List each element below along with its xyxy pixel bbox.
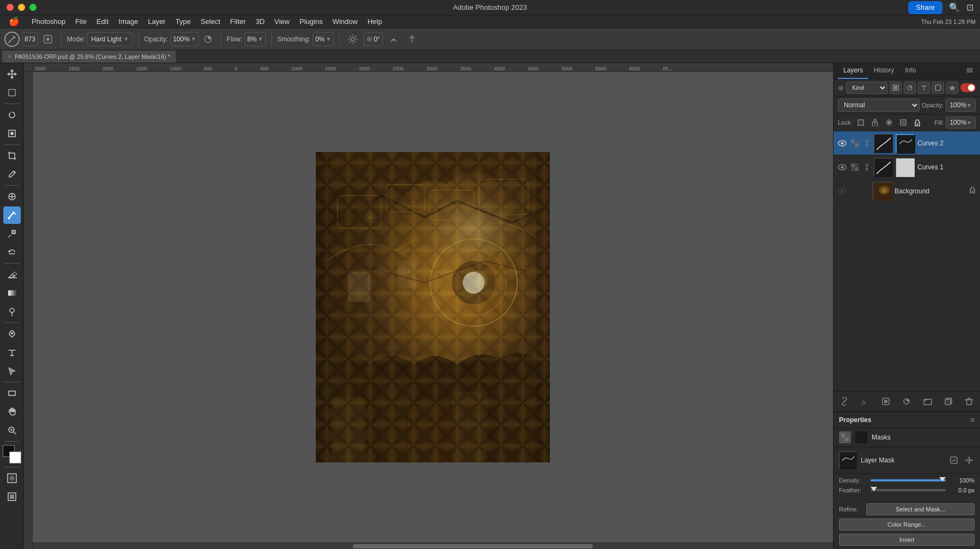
menu-type[interactable]: Type bbox=[171, 16, 195, 27]
masks-black-icon[interactable] bbox=[855, 431, 867, 443]
opacity-chevron-icon[interactable]: ▼ bbox=[966, 102, 972, 108]
layer-visibility-background[interactable] bbox=[838, 187, 847, 196]
brush-icon[interactable] bbox=[4, 32, 20, 47]
invert-btn[interactable]: Invert bbox=[839, 534, 975, 546]
lock-transparent-btn[interactable] bbox=[855, 117, 866, 128]
filter-type-btn[interactable] bbox=[918, 82, 930, 94]
zoom-icon[interactable]: ⊡ bbox=[966, 2, 973, 13]
menu-window[interactable]: Window bbox=[328, 16, 362, 27]
fill-value-field[interactable]: 100% ▼ bbox=[946, 117, 976, 129]
panel-menu-icon[interactable] bbox=[964, 63, 976, 79]
menu-plugins[interactable]: Plugins bbox=[295, 16, 327, 27]
share-button[interactable]: Share bbox=[908, 1, 942, 14]
opacity-value-field[interactable]: 100% ▼ bbox=[946, 99, 976, 112]
clone-stamp-tool[interactable] bbox=[3, 225, 21, 242]
density-thumb[interactable] bbox=[939, 477, 946, 481]
menu-3d[interactable]: 3D bbox=[251, 16, 269, 27]
select-mask-btn[interactable]: Select and Mask... bbox=[866, 503, 975, 515]
layer-item-background[interactable]: Background bbox=[834, 179, 980, 203]
new-adjustment-btn[interactable] bbox=[900, 395, 913, 408]
opacity-icon[interactable] bbox=[201, 33, 215, 45]
dodge-tool[interactable] bbox=[3, 303, 21, 320]
tab-history[interactable]: History bbox=[868, 63, 899, 79]
background-color[interactable] bbox=[9, 452, 21, 463]
mask-mode-btn[interactable] bbox=[3, 469, 21, 487]
document-tab[interactable]: × PA051536-ORF.psd @ 25.6% (Curves 2, La… bbox=[2, 51, 176, 63]
fill-chevron-icon[interactable]: ▼ bbox=[966, 120, 972, 126]
lock-image-btn[interactable] bbox=[869, 117, 880, 128]
heal-tool[interactable] bbox=[3, 188, 21, 205]
scroll-bar-horizontal[interactable] bbox=[33, 542, 833, 549]
eyedropper-tool[interactable] bbox=[3, 166, 21, 183]
color-picker[interactable] bbox=[3, 445, 21, 463]
menu-edit[interactable]: Edit bbox=[92, 16, 113, 27]
scroll-thumb-horizontal[interactable] bbox=[353, 544, 593, 548]
menu-select[interactable]: Select bbox=[196, 16, 224, 27]
add-fx-btn[interactable]: fx bbox=[859, 395, 872, 408]
feather-slider[interactable] bbox=[871, 489, 946, 491]
screen-mode-btn[interactable] bbox=[3, 488, 21, 505]
color-range-btn[interactable]: Color Range... bbox=[839, 518, 975, 530]
marquee-tool[interactable] bbox=[3, 84, 21, 101]
filter-kind-dropdown[interactable]: Kind bbox=[846, 82, 887, 94]
pressure-icon[interactable] bbox=[386, 33, 401, 46]
menu-file[interactable]: File bbox=[71, 16, 91, 27]
apple-menu[interactable]: 🍎 bbox=[4, 15, 24, 28]
filter-pixel-btn[interactable] bbox=[890, 82, 902, 94]
tab-info[interactable]: Info bbox=[899, 63, 921, 79]
mask-apply-btn[interactable] bbox=[948, 455, 959, 466]
symmetry-icon[interactable] bbox=[405, 33, 420, 46]
layer-visibility-curves2[interactable] bbox=[838, 139, 847, 148]
density-slider[interactable] bbox=[871, 479, 946, 481]
brush-mask-btn[interactable] bbox=[40, 33, 56, 46]
properties-close-icon[interactable]: ≡ bbox=[970, 416, 975, 424]
angle-field[interactable]: ⊕ 0° bbox=[364, 32, 382, 46]
pen-tool[interactable] bbox=[3, 325, 21, 343]
lock-artboard-btn[interactable] bbox=[898, 117, 909, 128]
layer-list[interactable]: Curves 2 bbox=[834, 131, 980, 391]
lock-all-btn[interactable] bbox=[912, 117, 923, 128]
gradient-tool[interactable] bbox=[3, 284, 21, 302]
flow-field[interactable]: 8% ▼ bbox=[244, 32, 266, 46]
shape-tool[interactable] bbox=[3, 385, 21, 402]
menu-photoshop[interactable]: Photoshop bbox=[27, 16, 70, 27]
feather-thumb[interactable] bbox=[871, 487, 877, 491]
object-selection-tool[interactable] bbox=[3, 125, 21, 142]
hand-tool[interactable] bbox=[3, 403, 21, 420]
move-tool[interactable] bbox=[3, 65, 21, 83]
filter-shape-btn[interactable] bbox=[932, 82, 944, 94]
settings-icon[interactable] bbox=[345, 33, 360, 46]
menu-help[interactable]: Help bbox=[363, 16, 387, 27]
layer-item-curves2[interactable]: Curves 2 bbox=[834, 131, 980, 155]
lock-position-btn[interactable] bbox=[884, 117, 895, 128]
menu-filter[interactable]: Filter bbox=[226, 16, 250, 27]
canvas-viewport[interactable] bbox=[33, 72, 833, 542]
chain-curves1[interactable] bbox=[863, 163, 871, 171]
mask-move-btn[interactable] bbox=[964, 455, 975, 466]
filter-adjustment-btn[interactable] bbox=[904, 82, 916, 94]
minimize-button[interactable] bbox=[18, 4, 25, 11]
fullscreen-button[interactable] bbox=[29, 4, 36, 11]
link-layers-btn[interactable] bbox=[838, 395, 851, 408]
add-mask-btn[interactable] bbox=[879, 395, 892, 408]
search-icon[interactable]: 🔍 bbox=[949, 2, 960, 13]
tab-layers[interactable]: Layers bbox=[838, 63, 868, 79]
brush-size-field[interactable]: 873 bbox=[22, 32, 38, 46]
smoothing-field[interactable]: 0% ▼ bbox=[313, 32, 334, 46]
layer-visibility-curves1[interactable] bbox=[838, 163, 847, 172]
layer-item-curves1[interactable]: Curves 1 bbox=[834, 155, 980, 179]
filter-smart-btn[interactable] bbox=[946, 82, 958, 94]
history-brush-tool[interactable] bbox=[3, 243, 21, 261]
opacity-field[interactable]: 100% ▼ bbox=[170, 32, 199, 46]
menu-view[interactable]: View bbox=[270, 16, 294, 27]
menu-layer[interactable]: Layer bbox=[144, 16, 170, 27]
blend-mode-dropdown[interactable]: Normal bbox=[838, 99, 920, 112]
chain-curves2[interactable] bbox=[863, 139, 871, 147]
filter-toggle[interactable] bbox=[960, 83, 976, 92]
brush-tool[interactable] bbox=[3, 206, 21, 224]
mode-dropdown[interactable]: Hard Light ▼ bbox=[87, 32, 132, 46]
zoom-tool[interactable] bbox=[3, 422, 21, 439]
canvas-area[interactable]: 3000 2500 2000 1500 1000 500 0 500 1000 … bbox=[24, 63, 833, 549]
new-layer-btn[interactable] bbox=[942, 395, 955, 408]
lasso-tool[interactable] bbox=[3, 106, 21, 124]
